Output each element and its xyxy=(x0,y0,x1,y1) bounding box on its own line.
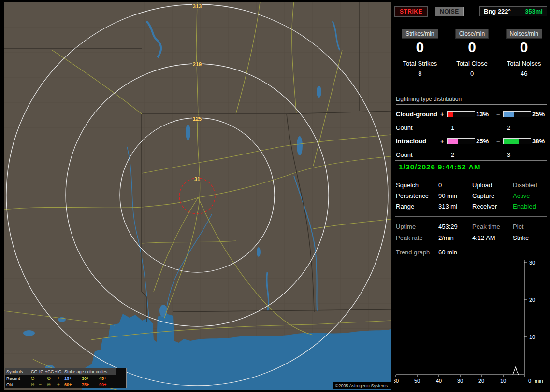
noises-per-min-label: Noises/min xyxy=(506,29,542,39)
strikes-per-min-label: Strikes/min xyxy=(402,29,438,39)
section-divider xyxy=(395,216,547,217)
upload-label: Upload xyxy=(472,182,513,189)
pos-ic-recent-icon: + xyxy=(54,375,63,381)
range-value: 313 mi xyxy=(438,203,472,210)
close-per-min-column: Close/min 0 Total Close 0 xyxy=(446,29,498,77)
bearing-label: Bng 222° xyxy=(484,8,511,15)
neg-ic-recent-icon: − xyxy=(37,375,44,381)
strikes-per-min-value: 0 xyxy=(394,40,446,55)
x-tick-40: 40 xyxy=(436,378,442,384)
capture-status: Active xyxy=(513,192,547,199)
cloud-ground-positive-count: 1 xyxy=(447,124,476,131)
range-label-313: 313 xyxy=(193,3,202,9)
age-code-75: 75+ xyxy=(81,382,98,388)
legend-symbols-header: Symbols xyxy=(5,368,29,375)
intracloud-negative-count: 3 xyxy=(503,151,532,158)
range-label-31: 31 xyxy=(194,176,200,182)
intracloud-label: Intracloud xyxy=(396,138,440,145)
trend-graph-svg: 30 20 10 60 50 40 30 20 10 0 min xyxy=(394,256,550,389)
trend-graph-row: Trend graph 60 min xyxy=(396,249,547,256)
total-strikes-value: 8 xyxy=(394,70,446,77)
persistence-label: Persistence xyxy=(396,192,438,199)
total-strikes-label: Total Strikes xyxy=(394,60,446,67)
y-tick-10: 10 xyxy=(529,334,535,340)
strike-map[interactable]: 313 219 125 31 Symbols -CG -IC +CG +IC S… xyxy=(4,2,391,390)
legend-col-neg-ic: -IC xyxy=(37,368,44,375)
uptime-value: 453:29 xyxy=(438,223,472,230)
cloud-ground-negative-count: 2 xyxy=(503,124,532,131)
graph-tick-labels: 30 20 10 60 50 40 30 20 10 0 min xyxy=(394,260,543,384)
range-label-219: 219 xyxy=(193,61,202,67)
intracloud-positive-bar xyxy=(447,138,475,144)
peak-time-value: 4:12 AM xyxy=(472,234,513,241)
minus-sign: − xyxy=(496,138,503,145)
noises-per-min-column: Noises/min 0 Total Noises 46 xyxy=(498,29,550,77)
intracloud-negative-pct: 38% xyxy=(532,138,547,145)
total-noises-value: 46 xyxy=(498,70,550,77)
squelch-label: Squelch xyxy=(396,182,438,189)
total-close-value: 0 xyxy=(446,70,498,77)
upload-status: Disabled xyxy=(513,182,547,189)
cloud-ground-positive-bar xyxy=(447,111,475,117)
range-label-125: 125 xyxy=(193,116,202,122)
datetime-display: 1/30/2026 9:44:52 AM xyxy=(395,160,547,173)
trend-graph-window: 60 min xyxy=(438,249,547,256)
peak-rate-value: 2/min xyxy=(438,234,472,241)
legend-age-header: Strike age color codes xyxy=(63,368,116,375)
cloud-ground-negative-bar xyxy=(503,111,531,117)
receiver-status: Enabled xyxy=(513,203,547,210)
range-label: Range xyxy=(396,203,438,210)
cloud-ground-negative-pct: 25% xyxy=(532,111,547,118)
trend-graph: 30 20 10 60 50 40 30 20 10 0 min xyxy=(394,256,550,389)
legend-col-pos-ic: +IC xyxy=(54,368,63,375)
bearing-readout: Bng 222° 353mi xyxy=(479,6,547,16)
pos-cg-recent-icon: ⊕ xyxy=(44,375,54,381)
x-tick-10: 10 xyxy=(500,378,506,384)
intracloud-count-label: Count xyxy=(396,151,440,158)
close-per-min-value: 0 xyxy=(446,40,498,55)
mode-toolbar: STRIKE NOISE Bng 222° 353mi xyxy=(395,6,547,16)
squelch-value: 0 xyxy=(438,182,472,189)
settings-grid: Squelch 0 Upload Disabled Persistence 90… xyxy=(396,182,547,210)
pos-cg-old-icon: ⊕ xyxy=(44,381,54,388)
y-tick-30: 30 xyxy=(529,260,535,266)
intracloud-negative-bar xyxy=(503,138,531,144)
strikes-per-min-column: Strikes/min 0 Total Strikes 8 xyxy=(394,29,446,77)
neg-cg-old-icon: ⊖ xyxy=(29,381,37,388)
cloud-ground-positive-pct: 13% xyxy=(476,111,496,118)
age-code-45: 45+ xyxy=(98,376,116,381)
plus-sign: + xyxy=(440,138,447,145)
legend-row-recent-label: Recent xyxy=(5,376,29,381)
plot-label: Plot xyxy=(513,223,547,230)
x-tick-0: 0 xyxy=(528,378,531,384)
persistence-value: 90 min xyxy=(438,192,472,199)
peak-rate-label: Peak rate xyxy=(396,234,438,241)
strike-mode-button[interactable]: STRIKE xyxy=(395,7,427,16)
total-noises-label: Total Noises xyxy=(498,60,550,67)
total-close-label: Total Close xyxy=(446,60,498,67)
side-panel: STRIKE NOISE Bng 222° 353mi Strikes/min … xyxy=(394,0,550,392)
noises-per-min-value: 0 xyxy=(498,40,550,55)
age-code-15: 15+ xyxy=(63,376,81,381)
age-code-30: 30+ xyxy=(81,376,98,381)
lightning-type-distribution: Lightning type distribution Cloud-ground… xyxy=(396,96,547,158)
peak-time-label: Peak time xyxy=(472,223,513,230)
receiver-label: Receiver xyxy=(472,203,513,210)
strike-legend: Symbols -CG -IC +CG +IC Strike age color… xyxy=(5,368,127,388)
trend-graph-label: Trend graph xyxy=(396,249,438,256)
x-tick-30: 30 xyxy=(457,378,463,384)
pos-ic-old-icon: + xyxy=(54,381,63,388)
graph-axes xyxy=(396,260,527,377)
legend-col-neg-cg: -CG xyxy=(29,368,37,375)
intracloud-positive-pct: 25% xyxy=(476,138,496,145)
distribution-title: Lightning type distribution xyxy=(396,96,547,105)
plus-sign: + xyxy=(440,111,447,118)
copyright-notice: ©2005 Astrogenic Systems xyxy=(333,382,391,389)
legend-col-pos-cg: +CG xyxy=(44,368,54,375)
uptime-label: Uptime xyxy=(396,223,438,230)
age-code-90: 90+ xyxy=(98,382,116,388)
noise-mode-button[interactable]: NOISE xyxy=(435,7,464,16)
cloud-ground-label: Cloud-ground xyxy=(396,111,440,118)
legend-row-old-label: Old xyxy=(5,382,29,388)
status-grid: Uptime 453:29 Peak time Plot Peak rate 2… xyxy=(396,223,547,241)
